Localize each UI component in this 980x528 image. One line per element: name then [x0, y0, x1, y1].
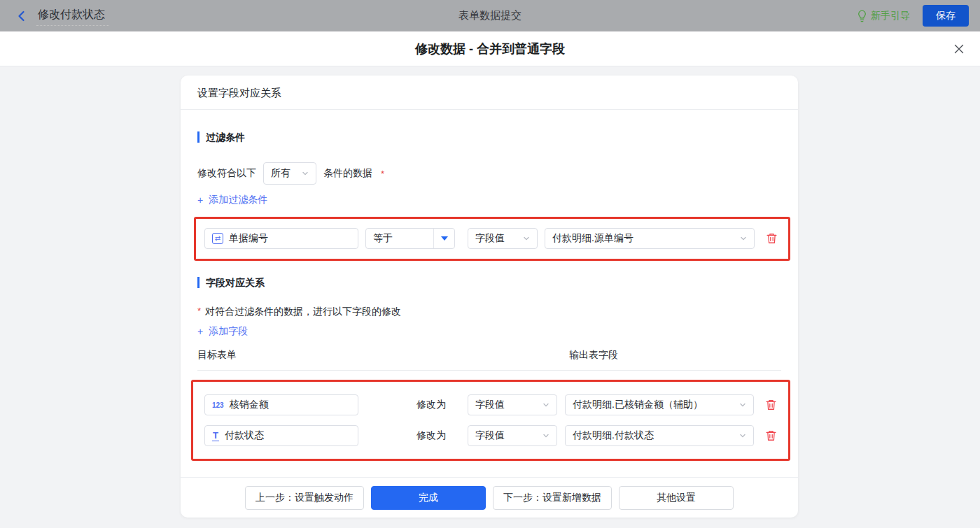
caret-down-icon — [433, 229, 454, 248]
condition-value-select[interactable]: 付款明细.源单编号 — [545, 228, 755, 249]
value-type-select[interactable]: 字段值 — [468, 394, 557, 415]
required-asterisk: * — [381, 169, 384, 179]
value-type-value: 字段值 — [475, 232, 505, 245]
delete-condition-icon[interactable] — [766, 232, 778, 245]
condition-value: 付款明细.源单编号 — [552, 232, 634, 245]
output-field-select[interactable]: 付款明细.付款状态 — [565, 425, 754, 446]
trigger-node-label: 表单数据提交 — [458, 9, 522, 22]
plus-icon: + — [197, 194, 203, 206]
target-field-label: 核销金额 — [230, 399, 269, 411]
operator-select[interactable]: 等于 — [365, 228, 455, 249]
prev-step-button[interactable]: 上一步：设置触发动作 — [245, 486, 364, 510]
beginner-guide-link[interactable]: 新手引导 — [857, 10, 910, 22]
output-field-column-label: 输出表字段 — [569, 349, 618, 362]
mapping-hint-label: 对符合过滤条件的数据，进行以下字段的修改 — [205, 306, 401, 318]
output-field-value: 付款明细.付款状态 — [573, 429, 654, 442]
add-field-label: 添加字段 — [209, 325, 248, 338]
mapping-row: 123 核销金额 修改为 字段值 付款明细.已核销金额（辅助） — [204, 394, 788, 415]
operator-value: 等于 — [366, 229, 433, 248]
number-field-icon: 123 — [212, 401, 224, 409]
mapping-row: T 付款状态 修改为 字段值 付款明细.付款状态 — [204, 425, 788, 446]
app-header: 修改付款状态 表单数据提交 新手引导 保存 — [0, 0, 980, 31]
output-field-select[interactable]: 付款明细.已核销金额（辅助） — [565, 394, 754, 415]
serial-number-field-icon: ⇄ — [212, 233, 223, 244]
settings-card: 设置字段对应关系 过滤条件 修改符合以下 所有 条件的数据 * — [181, 76, 798, 518]
screen: 修改付款状态 表单数据提交 新手引导 保存 修改数据 - 合并到普通字段 设置字… — [0, 0, 980, 528]
value-type-select[interactable]: 字段值 — [468, 425, 557, 446]
done-button[interactable]: 完成 — [371, 486, 486, 510]
value-type-value: 字段值 — [475, 429, 505, 442]
value-type-value: 字段值 — [475, 399, 505, 411]
plus-icon: + — [197, 326, 203, 337]
match-mode-select[interactable]: 所有 — [263, 162, 316, 185]
value-type-select[interactable]: 字段值 — [468, 228, 538, 249]
target-field-input[interactable]: T 付款状态 — [204, 425, 358, 446]
match-prefix-label: 修改符合以下 — [197, 167, 256, 180]
match-mode-value: 所有 — [271, 167, 290, 180]
workflow-title[interactable]: 修改付款状态 — [36, 6, 109, 26]
chevron-down-icon — [523, 235, 530, 242]
card-footer: 上一步：设置触发动作 完成 下一步：设置新增数据 其他设置 — [181, 477, 798, 518]
match-suffix-label: 条件的数据 — [323, 167, 372, 180]
condition-field-input[interactable]: ⇄ 单据编号 — [204, 228, 358, 249]
modal-header: 修改数据 - 合并到普通字段 — [0, 31, 980, 66]
annotation-box-mapping: 123 核销金额 修改为 字段值 付款明细.已核销金额（辅助） — [191, 380, 790, 461]
match-mode-row: 修改符合以下 所有 条件的数据 * — [197, 162, 781, 185]
modify-to-label: 修改为 — [416, 429, 446, 442]
target-form-column-label: 目标表单 — [197, 349, 237, 362]
delete-mapping-icon[interactable] — [765, 399, 777, 411]
add-field-link[interactable]: + 添加字段 — [197, 325, 248, 338]
chevron-down-icon — [302, 170, 309, 177]
card-title: 设置字段对应关系 — [181, 76, 798, 110]
save-button[interactable]: 保存 — [923, 5, 969, 27]
mapping-columns-header: 目标表单 输出表字段 — [197, 349, 781, 371]
condition-field-label: 单据编号 — [229, 232, 268, 245]
chevron-down-icon — [542, 432, 550, 439]
next-step-button[interactable]: 下一步：设置新增数据 — [493, 486, 612, 510]
chevron-down-icon — [739, 401, 746, 408]
output-field-value: 付款明细.已核销金额（辅助） — [573, 399, 703, 411]
chevron-down-icon — [740, 235, 747, 242]
close-icon[interactable] — [953, 43, 965, 55]
target-field-input[interactable]: 123 核销金额 — [204, 394, 358, 415]
mapping-hint-row: * 对符合过滤条件的数据，进行以下字段的修改 — [197, 306, 781, 318]
modal-title: 修改数据 - 合并到普通字段 — [415, 41, 565, 57]
target-field-label: 付款状态 — [225, 429, 264, 442]
modal-body: 设置字段对应关系 过滤条件 修改符合以下 所有 条件的数据 * — [0, 66, 980, 528]
annotation-box-filter: ⇄ 单据编号 等于 字段值 付款明细.源单编号 — [194, 217, 790, 261]
other-settings-button[interactable]: 其他设置 — [619, 486, 734, 510]
add-filter-condition-link[interactable]: + 添加过滤条件 — [197, 194, 267, 206]
chevron-down-icon — [542, 401, 550, 408]
add-filter-condition-label: 添加过滤条件 — [209, 194, 267, 206]
beginner-guide-label: 新手引导 — [871, 10, 910, 22]
mapping-section-title: 字段对应关系 — [197, 277, 781, 288]
filter-section-title: 过滤条件 — [197, 131, 781, 143]
delete-mapping-icon[interactable] — [765, 429, 777, 442]
back-icon[interactable] — [15, 10, 28, 22]
modify-to-label: 修改为 — [416, 399, 446, 411]
required-asterisk: * — [197, 306, 201, 316]
text-field-icon: T — [212, 431, 219, 441]
lightbulb-icon — [857, 10, 867, 22]
chevron-down-icon — [739, 432, 746, 439]
